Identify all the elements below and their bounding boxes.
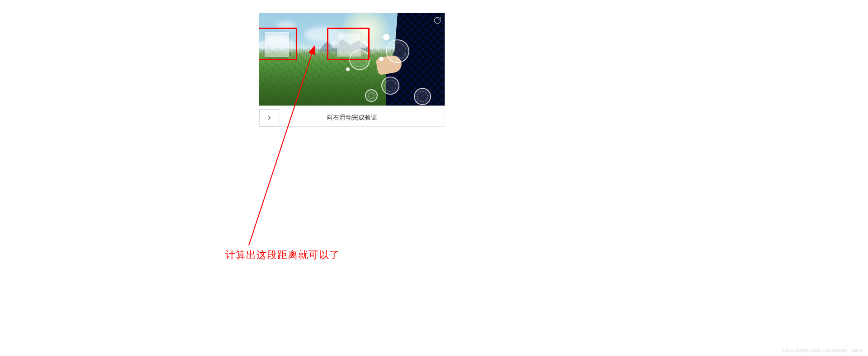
captcha-puzzle-slider-piece[interactable] [265, 32, 289, 57]
hud-dot-icon [383, 34, 389, 40]
annotation-explain-text: 计算出这段距离就可以了 [225, 248, 340, 262]
captcha-background-image [259, 13, 445, 106]
hud-dot-icon [346, 67, 350, 71]
hud-circle-icon [414, 88, 431, 105]
captcha-puzzle-target-slot [337, 32, 361, 57]
captcha-slider-instruction: 向右滑动完成验证 [327, 114, 377, 122]
captcha-slider-track[interactable]: 向右滑动完成验证 [259, 109, 445, 127]
watermark-text: https://blog.csdn.net/Jaeger_Java [782, 347, 863, 353]
captcha-slider-handle[interactable] [259, 109, 279, 126]
refresh-icon [433, 16, 442, 25]
hud-circle-icon [386, 39, 409, 63]
cloud [277, 21, 295, 29]
captcha-widget: 向右滑动完成验证 [259, 13, 445, 127]
refresh-captcha-button[interactable] [433, 16, 442, 25]
hud-dot-icon [379, 57, 384, 61]
chevron-right-icon [266, 115, 272, 121]
hud-circle-icon [365, 89, 378, 102]
hud-circle-icon [381, 77, 399, 95]
captcha-image-area [259, 13, 445, 106]
